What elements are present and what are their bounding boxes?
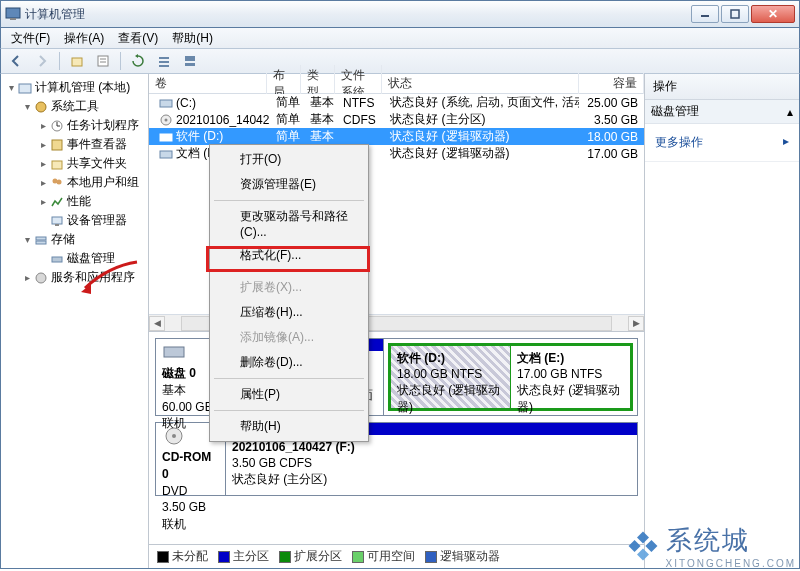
- menu-shrink[interactable]: 压缩卷(H)...: [212, 300, 366, 325]
- col-capacity[interactable]: 容量: [579, 73, 644, 94]
- tree-performance[interactable]: ▸性能: [35, 192, 146, 211]
- svg-rect-22: [52, 217, 62, 224]
- svg-point-14: [36, 102, 46, 112]
- actions-pane: 操作 磁盘管理▴ 更多操作▸: [644, 74, 799, 568]
- volume-row-selected[interactable]: 软件 (D:) 简单 基本 状态良好 (逻辑驱动器) 18.00 GB: [149, 128, 644, 145]
- back-button[interactable]: [5, 50, 27, 72]
- drive-icon: [159, 97, 173, 109]
- svg-point-21: [57, 179, 62, 184]
- svg-rect-18: [52, 140, 62, 150]
- svg-rect-11: [185, 56, 195, 61]
- scroll-right-button[interactable]: ▶: [628, 316, 644, 331]
- tree-storage[interactable]: ▾存储: [19, 230, 146, 249]
- tree-device-manager[interactable]: 设备管理器: [35, 211, 146, 230]
- svg-rect-33: [164, 347, 184, 357]
- partition-e[interactable]: 文档 (E:)17.00 GB NTFS状态良好 (逻辑驱动器): [511, 346, 630, 408]
- menu-mirror: 添加镜像(A)...: [212, 325, 366, 350]
- window-title: 计算机管理: [25, 6, 691, 23]
- svg-point-35: [172, 434, 176, 438]
- menu-change-letter[interactable]: 更改驱动器号和路径(C)...: [212, 204, 366, 243]
- tree-task-scheduler[interactable]: ▸任务计划程序: [35, 116, 146, 135]
- menu-help[interactable]: 帮助(H): [212, 414, 366, 439]
- svg-point-27: [36, 273, 46, 283]
- svg-rect-19: [52, 161, 62, 169]
- tree-root[interactable]: ▾计算机管理 (本地): [3, 78, 146, 97]
- disc-icon: [159, 114, 173, 126]
- action-more[interactable]: 更多操作▸: [653, 130, 791, 155]
- refresh-button[interactable]: [127, 50, 149, 72]
- svg-rect-3: [731, 10, 739, 18]
- chevron-right-icon: ▸: [783, 134, 789, 151]
- extended-partition: 软件 (D:)18.00 GB NTFS状态良好 (逻辑驱动器) 文档 (E:)…: [388, 343, 633, 411]
- volume-row[interactable]: (C:) 简单 基本 NTFS 状态良好 (系统, 启动, 页面文件, 活动, …: [149, 94, 644, 111]
- navigation-tree: ▾计算机管理 (本地) ▾系统工具 ▸任务计划程序 ▸事件查看器 ▸共享文件夹 …: [1, 74, 149, 568]
- maximize-button[interactable]: [721, 5, 749, 23]
- menu-bar: 文件(F) 操作(A) 查看(V) 帮助(H): [0, 28, 800, 48]
- partition-d-selected[interactable]: 软件 (D:)18.00 GB NTFS状态良好 (逻辑驱动器): [391, 346, 511, 408]
- svg-rect-23: [55, 224, 59, 226]
- annotation-arrow: [79, 260, 139, 300]
- view-list-button[interactable]: [153, 50, 175, 72]
- menu-properties[interactable]: 属性(P): [212, 382, 366, 407]
- drive-icon: [159, 131, 173, 143]
- legend: 未分配 主分区 扩展分区 可用空间 逻辑驱动器: [149, 544, 644, 568]
- menu-open[interactable]: 打开(O): [212, 147, 366, 172]
- menu-extend: 扩展卷(X)...: [212, 275, 366, 300]
- svg-rect-8: [159, 57, 169, 59]
- scroll-left-button[interactable]: ◀: [149, 316, 165, 331]
- center-pane: 卷 布局 类型 文件系统 状态 容量 (C:) 简单 基本 NTFS 状态良好 …: [149, 74, 644, 568]
- menu-file[interactable]: 文件(F): [5, 28, 56, 49]
- volume-list: (C:) 简单 基本 NTFS 状态良好 (系统, 启动, 页面文件, 活动, …: [149, 94, 644, 314]
- properties-button[interactable]: [92, 50, 114, 72]
- minimize-button[interactable]: [691, 5, 719, 23]
- tree-system-tools[interactable]: ▾系统工具: [19, 97, 146, 116]
- svg-rect-25: [36, 241, 46, 244]
- svg-rect-31: [160, 134, 172, 141]
- menu-format[interactable]: 格式化(F)...: [212, 243, 366, 268]
- col-status[interactable]: 状态: [382, 73, 579, 94]
- actions-section-title: 磁盘管理: [651, 103, 699, 120]
- svg-rect-1: [10, 18, 16, 20]
- actions-header: 操作: [645, 74, 799, 100]
- close-button[interactable]: ✕: [751, 5, 795, 23]
- svg-rect-4: [72, 58, 82, 66]
- svg-point-30: [165, 118, 168, 121]
- volume-list-header: 卷 布局 类型 文件系统 状态 容量: [149, 74, 644, 94]
- title-bar: 计算机管理 ✕: [0, 0, 800, 28]
- tree-event-viewer[interactable]: ▸事件查看器: [35, 135, 146, 154]
- menu-view[interactable]: 查看(V): [112, 28, 164, 49]
- drive-icon: [159, 148, 173, 160]
- forward-button[interactable]: [31, 50, 53, 72]
- toolbar: [0, 48, 800, 74]
- menu-help[interactable]: 帮助(H): [166, 28, 219, 49]
- app-icon: [5, 6, 21, 22]
- svg-rect-32: [160, 151, 172, 158]
- svg-rect-26: [52, 257, 62, 262]
- tree-local-users[interactable]: ▸本地用户和组: [35, 173, 146, 192]
- volume-row[interactable]: 20210106_140427 (F:) 简单 基本 CDFS 状态良好 (主分…: [149, 111, 644, 128]
- svg-rect-0: [6, 8, 20, 18]
- col-volume[interactable]: 卷: [149, 73, 267, 94]
- menu-action[interactable]: 操作(A): [58, 28, 110, 49]
- svg-rect-13: [19, 84, 31, 93]
- menu-delete[interactable]: 删除卷(D)...: [212, 350, 366, 375]
- up-button[interactable]: [66, 50, 88, 72]
- svg-rect-24: [36, 237, 46, 240]
- svg-rect-10: [159, 65, 169, 67]
- svg-rect-28: [160, 100, 172, 107]
- svg-rect-12: [185, 63, 195, 66]
- svg-rect-5: [98, 56, 108, 66]
- view-bottom-button[interactable]: [179, 50, 201, 72]
- tree-shared-folders[interactable]: ▸共享文件夹: [35, 154, 146, 173]
- svg-rect-9: [159, 61, 169, 63]
- context-menu: 打开(O) 资源管理器(E) 更改驱动器号和路径(C)... 格式化(F)...…: [209, 144, 369, 442]
- collapse-icon[interactable]: ▴: [787, 105, 793, 119]
- menu-explorer[interactable]: 资源管理器(E): [212, 172, 366, 197]
